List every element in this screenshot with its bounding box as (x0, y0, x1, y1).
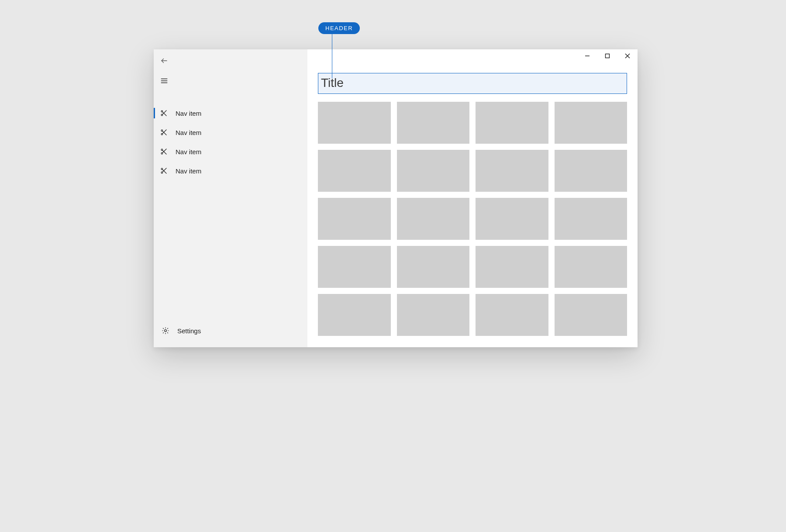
nav-item-label: Nav item (176, 110, 201, 117)
maximize-button[interactable] (597, 49, 617, 63)
grid-tile[interactable] (476, 294, 548, 336)
close-button[interactable] (617, 49, 638, 63)
scissors-icon (160, 128, 168, 136)
grid-tile[interactable] (555, 102, 627, 144)
hamburger-button[interactable] (154, 73, 175, 90)
grid-tile[interactable] (318, 102, 391, 144)
scissors-icon (160, 167, 168, 175)
sidebar-footer: Settings (154, 321, 307, 347)
nav-sidebar: Nav item Nav item Nav item Nav item Sett… (154, 49, 307, 347)
content-grid-wrap (307, 102, 638, 347)
back-button[interactable] (154, 53, 175, 70)
page-title: Title (318, 73, 627, 94)
grid-tile[interactable] (555, 294, 627, 336)
grid-tile[interactable] (555, 150, 627, 192)
nav-item-3[interactable]: Nav item (154, 161, 307, 180)
settings-item[interactable]: Settings (154, 321, 307, 340)
nav-item-0[interactable]: Nav item (154, 104, 307, 123)
app-window: Nav item Nav item Nav item Nav item Sett… (154, 49, 638, 347)
header-slot: Title (318, 73, 627, 94)
grid-tile[interactable] (318, 198, 391, 240)
window-controls (577, 49, 638, 63)
grid-tile[interactable] (318, 150, 391, 192)
maximize-icon (605, 52, 610, 60)
content-grid (318, 102, 627, 336)
settings-label: Settings (177, 327, 201, 335)
grid-tile[interactable] (397, 246, 470, 288)
nav-list: Nav item Nav item Nav item Nav item (154, 104, 307, 180)
nav-item-1[interactable]: Nav item (154, 123, 307, 142)
grid-tile[interactable] (397, 294, 470, 336)
nav-item-label: Nav item (176, 167, 201, 175)
grid-tile[interactable] (555, 198, 627, 240)
minimize-button[interactable] (577, 49, 597, 63)
grid-tile[interactable] (397, 198, 470, 240)
gear-icon (162, 327, 169, 335)
scissors-icon (160, 109, 168, 117)
grid-tile[interactable] (476, 198, 548, 240)
nav-item-2[interactable]: Nav item (154, 142, 307, 161)
grid-tile[interactable] (397, 150, 470, 192)
close-icon (625, 52, 630, 60)
sidebar-top-icons (154, 49, 307, 90)
header-annotation-leader (332, 32, 332, 78)
main-content: Title (307, 49, 638, 347)
grid-tile[interactable] (476, 150, 548, 192)
grid-tile[interactable] (318, 246, 391, 288)
grid-tile[interactable] (397, 102, 470, 144)
grid-tile[interactable] (318, 294, 391, 336)
hamburger-icon (160, 77, 168, 86)
grid-tile[interactable] (476, 246, 548, 288)
scissors-icon (160, 148, 168, 155)
nav-item-label: Nav item (176, 129, 201, 136)
back-arrow-icon (160, 57, 168, 66)
nav-item-label: Nav item (176, 148, 201, 155)
svg-rect-22 (606, 54, 610, 58)
grid-tile[interactable] (476, 102, 548, 144)
header-annotation-pill: HEADER (318, 22, 360, 34)
minimize-icon (585, 52, 590, 60)
grid-tile[interactable] (555, 246, 627, 288)
svg-point-20 (165, 330, 167, 332)
